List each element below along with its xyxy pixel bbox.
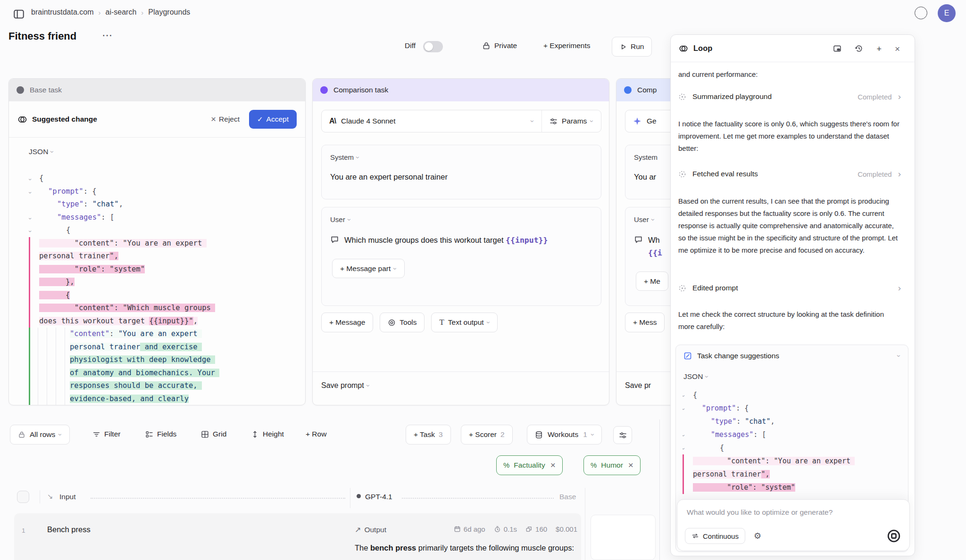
model-select[interactable]: Claude 4 Sonnet xyxy=(322,110,542,132)
model-column-header[interactable]: GPT-4.1 xyxy=(365,493,392,501)
close-panel-icon[interactable] xyxy=(895,43,900,54)
model-params-row: Claude 4 Sonnet Params xyxy=(321,110,601,132)
loop-tool-row[interactable]: Summarized playground Completed xyxy=(678,91,901,102)
task-change-card-title: Task change suggestions xyxy=(697,352,893,360)
text-output-button[interactable]: Text output xyxy=(431,313,498,332)
diff-toggle[interactable] xyxy=(423,41,443,52)
grid-button[interactable]: Grid xyxy=(201,430,226,438)
collapse-chevron-icon[interactable] xyxy=(683,428,684,442)
all-rows-filter[interactable]: All rows xyxy=(10,425,70,445)
chevron-right-icon xyxy=(898,91,901,102)
help-icon[interactable] xyxy=(915,7,927,19)
collapse-chevron-icon[interactable] xyxy=(683,442,684,455)
input-variable-token: {{input}} xyxy=(506,236,548,245)
format-select[interactable]: JSON xyxy=(683,372,908,381)
title-menu-button[interactable] xyxy=(102,29,113,41)
input-column-header[interactable]: Input xyxy=(59,493,75,501)
sliders-icon xyxy=(550,117,558,125)
loop-input-field[interactable]: What would you like to optimize or gener… xyxy=(677,500,909,517)
new-session-icon[interactable] xyxy=(876,43,882,54)
sidebar-toggle-icon[interactable] xyxy=(13,8,25,20)
model-column-dot-icon xyxy=(357,494,361,498)
collapse-chevron-icon[interactable] xyxy=(29,173,31,186)
dataset-select[interactable]: Workouts1 xyxy=(527,425,602,445)
add-message-button[interactable]: + Message xyxy=(321,313,373,332)
stop-button[interactable] xyxy=(887,529,901,543)
run-button[interactable]: Run xyxy=(612,37,652,57)
message-bubble-icon xyxy=(634,235,643,244)
task-change-card-header[interactable]: Task change suggestions xyxy=(676,345,908,360)
loop-tool-row[interactable]: Edited prompt xyxy=(678,283,901,293)
suggested-change-label: Suggested change xyxy=(32,115,97,124)
continuous-mode-button[interactable]: Continuous xyxy=(685,528,745,544)
breadcrumb-section[interactable]: Playgrounds xyxy=(148,8,190,16)
user-message-text: Which muscle groups does this workout ta… xyxy=(344,234,571,247)
add-row-button[interactable]: + Row xyxy=(306,430,326,438)
message-bubble-icon xyxy=(330,235,339,244)
params-button[interactable]: Params xyxy=(542,110,601,132)
chevron-down-icon xyxy=(394,264,397,273)
chevron-down-icon xyxy=(652,215,655,223)
text-icon xyxy=(439,318,444,327)
reject-button[interactable]: Reject xyxy=(211,114,240,124)
tool-status-icon xyxy=(678,284,686,292)
pop-out-icon[interactable] xyxy=(833,44,841,53)
collapse-chevron-icon[interactable] xyxy=(29,186,31,199)
table-cell-empty[interactable] xyxy=(591,515,656,560)
user-message-box[interactable]: User Which muscle groups does this worko… xyxy=(321,207,601,306)
task-change-json-viewer[interactable]: {"prompt": {"type": "chat","messages": [… xyxy=(683,388,871,502)
filter-icon xyxy=(92,430,100,438)
history-icon[interactable] xyxy=(855,44,863,53)
scorer-pill-humor[interactable]: Humor xyxy=(583,455,641,475)
breadcrumb-separator-icon: › xyxy=(99,8,101,16)
breadcrumb-project[interactable]: ai-search xyxy=(106,8,137,16)
collapse-chevron-icon[interactable] xyxy=(29,212,31,225)
private-button[interactable]: Private xyxy=(494,41,517,50)
chevron-right-icon xyxy=(898,169,901,179)
save-prompt-button-2[interactable]: Save pr xyxy=(625,381,651,390)
add-message-part-button[interactable]: + Message part xyxy=(332,259,405,278)
percent-icon xyxy=(591,461,597,469)
add-task-button[interactable]: + Task3 xyxy=(406,425,451,445)
view-settings-button[interactable] xyxy=(613,426,632,444)
remove-scorer-icon[interactable] xyxy=(550,460,556,470)
scorer-pill-factuality[interactable]: Factuality xyxy=(496,455,563,475)
diff-removed-block: "content": "You are an expert personal t… xyxy=(683,454,871,494)
select-all-checkbox[interactable] xyxy=(17,491,29,503)
output-text[interactable]: The bench press primarily targets the fo… xyxy=(355,541,581,554)
avatar[interactable]: E xyxy=(938,4,956,22)
experiments-button[interactable]: + Experiments xyxy=(543,41,591,50)
row-input-value[interactable]: Bench press xyxy=(47,525,91,534)
filter-button[interactable]: Filter xyxy=(92,430,120,438)
diff-added-block: "content": "You are an expert personal t… xyxy=(29,328,222,405)
diff-suggestion-icon xyxy=(683,352,692,360)
comparison-task-header[interactable]: Comparison task xyxy=(313,79,609,101)
height-button[interactable]: Height xyxy=(251,430,284,438)
collapse-chevron-icon[interactable] xyxy=(683,402,684,416)
accept-button[interactable]: Accept xyxy=(249,110,297,129)
loop-tool-row[interactable]: Fetched eval results Completed xyxy=(678,169,901,179)
loop-logo-icon xyxy=(679,44,688,53)
add-message-part-button-2[interactable]: + Me xyxy=(636,272,668,291)
base-task-json-editor[interactable]: {"prompt": {"type": "chat","messages": [… xyxy=(29,172,222,405)
playground-screen: braintrustdata.com › ai-search › Playgro… xyxy=(0,0,966,560)
fields-button[interactable]: Fields xyxy=(145,430,176,438)
add-message-button-2[interactable]: + Mess xyxy=(625,313,665,332)
collapse-chevron-icon[interactable] xyxy=(683,389,684,403)
save-prompt-button[interactable]: Save prompt xyxy=(321,381,369,390)
breadcrumb-separator-icon: › xyxy=(141,8,143,16)
breadcrumb-org[interactable]: braintrustdata.com xyxy=(31,8,94,16)
system-message-box[interactable]: System You are an expert personal traine… xyxy=(321,145,601,199)
base-task-dot-icon xyxy=(17,86,24,94)
add-scorer-button[interactable]: + Scorer2 xyxy=(461,425,513,445)
tokens-icon xyxy=(525,526,533,533)
loop-panel-header: Loop xyxy=(671,35,915,62)
tools-button[interactable]: Tools xyxy=(380,313,425,332)
collapse-chevron-icon[interactable] xyxy=(29,224,31,238)
base-task-header[interactable]: Base task xyxy=(9,79,305,101)
format-select[interactable]: JSON xyxy=(29,148,54,156)
comparison-task-card: Comparison task Claude 4 Sonnet Params S… xyxy=(312,78,609,405)
sliders-icon xyxy=(619,431,627,439)
settings-gear-icon[interactable] xyxy=(754,531,761,541)
remove-scorer-icon[interactable] xyxy=(628,460,633,470)
